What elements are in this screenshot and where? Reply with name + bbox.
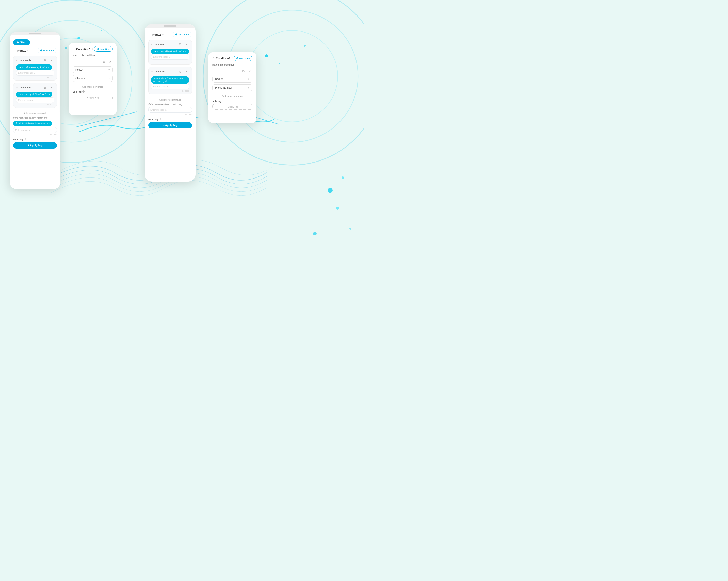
condition-card-2: ⋮ Condition2 ⤢ ⊕ Next Step Match this co…	[208, 52, 257, 123]
move-icon-2: ⤢	[16, 86, 18, 89]
move-icon-n2c2: ⤢	[151, 70, 153, 73]
tag-section-1: Main Tag ⓘ + Apply Tag	[13, 138, 57, 149]
dropdown-phone-number[interactable]: Phone Number ∨	[212, 84, 252, 91]
tag-close-1[interactable]: ×	[48, 66, 50, 69]
tag-close-2[interactable]: ×	[49, 93, 50, 96]
resize-icon-c1: ⤢	[92, 48, 94, 50]
svg-point-16	[279, 63, 280, 64]
card-inner-node1: ▶ Start ⋮ Node1 ⤢ ⊕ Next Step ⤢ Command1	[10, 35, 60, 189]
node2-command1-input[interactable]: Enter message..	[151, 54, 189, 60]
command1-block: ⤢ Command1 ⧉ × ขอทราบชื่อของคุณลูกค้าครั…	[13, 56, 57, 81]
move-icon-n2c1: ⤢	[151, 43, 153, 46]
dots-icon-c2: ⋮	[212, 57, 215, 60]
svg-point-13	[77, 37, 80, 39]
condition2-header-right: ⊕ Next Step	[234, 56, 252, 61]
match-condition-label-1: Match this condition	[73, 54, 113, 57]
copy-btn-2[interactable]: ⧉	[43, 85, 48, 90]
n2c2-tag-close[interactable]: ×	[186, 79, 187, 81]
delete-btn-n2c2[interactable]: ×	[184, 69, 189, 74]
response-label-1: If the response doesn't match any	[13, 116, 57, 119]
delete-btn-n2c1[interactable]: ×	[184, 42, 189, 47]
node2-command2-input[interactable]: Enter message..	[151, 84, 189, 89]
move-icon-1: ⤢	[16, 59, 18, 62]
svg-point-18	[328, 188, 333, 193]
start-button[interactable]: ▶ Start	[13, 39, 30, 45]
resize-icon-2: ⤢	[162, 33, 164, 35]
dropdown-regex-1[interactable]: RegEx ∨	[73, 66, 113, 73]
sub-tag-info-1: ⓘ	[82, 90, 84, 94]
main-tag-label-2: Main Tag ⓘ	[148, 117, 192, 121]
sub-tag-info-2: ⓘ	[222, 100, 224, 103]
apply-tag-btn-1[interactable]: + Apply Tag	[13, 142, 57, 149]
plus-icon-c2: ⊕	[236, 57, 238, 60]
plus-icon-2: ⊕	[175, 33, 178, 36]
dots-icon-2: ⋮	[149, 33, 151, 36]
copy-btn-n2c1[interactable]: ⧉	[178, 42, 183, 47]
phone-notch-1	[10, 32, 60, 35]
command1-input[interactable]: Enter message..	[16, 70, 54, 76]
play-icon: ▶	[17, 41, 19, 44]
plus-icon-c1: ⊕	[97, 47, 99, 51]
add-more-command-1[interactable]: Add more command	[13, 110, 57, 116]
command1-actions: ⧉ ×	[43, 58, 54, 63]
match-condition-label-2: Match this condition	[212, 63, 252, 66]
tag-section-2: Main Tag ⓘ + Apply Tag	[148, 117, 192, 129]
next-step-btn-2[interactable]: ⊕ Next Step	[173, 32, 191, 37]
notch-bar-2	[164, 25, 177, 27]
delete-btn-2[interactable]: ×	[49, 85, 54, 90]
notch-bar	[29, 33, 42, 34]
dropdown-regex-2[interactable]: RegEx ∨	[212, 76, 252, 82]
command2-tag: ไม่ทราบว่าลูกค้าชื่ออะไรครับ ×	[16, 92, 52, 97]
add-more-cond-2[interactable]: Add more condition	[212, 93, 252, 100]
svg-point-21	[313, 232, 317, 235]
chevron-down-c2-2: ∨	[248, 86, 250, 89]
plus-icon-1: ⊕	[40, 49, 43, 52]
node1-label: ⋮ Node1 ⤢	[14, 49, 29, 52]
response-tag-close[interactable]: ×	[49, 122, 50, 125]
node2-command1-count: 0 / 2000	[151, 60, 189, 62]
add-more-command-2[interactable]: Add more command	[148, 97, 192, 103]
svg-point-19	[336, 207, 339, 210]
command2-label: ⤢ Command2	[16, 86, 31, 89]
node2-command1-header: ⤢ Command1 ⧉ ×	[151, 42, 189, 47]
apply-tag-outline-1[interactable]: + Apply Tag	[73, 95, 113, 100]
copy-btn-c1[interactable]: ⧉	[101, 59, 106, 64]
next-step-btn-c1[interactable]: ⊕ Next Step	[94, 46, 113, 52]
next-step-btn-1[interactable]: ⊕ Next Step	[37, 48, 56, 53]
response-input-2[interactable]: Enter message..	[148, 107, 192, 113]
dots-icon-1: ⋮	[14, 49, 16, 52]
node2-command2-actions: ⧉ ×	[178, 69, 189, 74]
copy-btn-c2[interactable]: ⧉	[241, 69, 246, 74]
node2-command2-tag: รบกวนพิมพ์เบอร์โทร 10 หลัก เช่น (0981234…	[151, 76, 189, 84]
apply-tag-outline-2[interactable]: + Apply Tag	[212, 104, 252, 110]
dots-icon-c1: ⋮	[73, 48, 75, 50]
svg-line-8	[254, 117, 279, 125]
response-input-1[interactable]: Enter message..	[13, 127, 57, 133]
delete-btn-1[interactable]: ×	[49, 58, 54, 63]
sub-tag-label-1: Sub Tag ⓘ	[73, 90, 113, 94]
chevron-down-2: ∨	[108, 77, 110, 80]
dropdown-character[interactable]: Character ∨	[73, 75, 113, 82]
phone-notch-2	[145, 24, 196, 28]
response-tag-1: เจ้าหน้าที่จะรับติดต่อกลับ ขอมคุณครับ ×	[13, 121, 52, 126]
condition1-icons: ⧉ ×	[73, 59, 113, 64]
next-step-btn-c2[interactable]: ⊕ Next Step	[234, 56, 252, 61]
close-btn-c1[interactable]: ×	[108, 59, 113, 64]
add-more-cond-1[interactable]: Add more condition	[73, 83, 113, 90]
close-btn-c2[interactable]: ×	[247, 69, 252, 74]
command2-actions: ⧉ ×	[43, 85, 54, 90]
apply-tag-btn-2[interactable]: + Apply Tag	[148, 122, 192, 129]
svg-point-20	[349, 228, 352, 230]
copy-btn-n2c2[interactable]: ⧉	[178, 69, 183, 74]
condition2-title: ⋮ Condition2 ⤢	[212, 57, 233, 60]
command2-count: 0 / 2000	[16, 103, 54, 106]
start-btn-container: ▶ Start	[13, 39, 57, 45]
copy-btn-1[interactable]: ⧉	[43, 58, 48, 63]
node-bar-2: ⋮ Node2 ⤢ ⊕ Next Step	[148, 32, 192, 37]
node2-command2-label: ⤢ Command2	[151, 70, 166, 73]
svg-point-14	[101, 30, 102, 31]
command2-input[interactable]: Enter message..	[16, 97, 54, 103]
n2c1-tag-close[interactable]: ×	[185, 50, 186, 53]
svg-point-11	[65, 47, 67, 49]
command1-label: ⤢ Command1	[16, 59, 31, 62]
